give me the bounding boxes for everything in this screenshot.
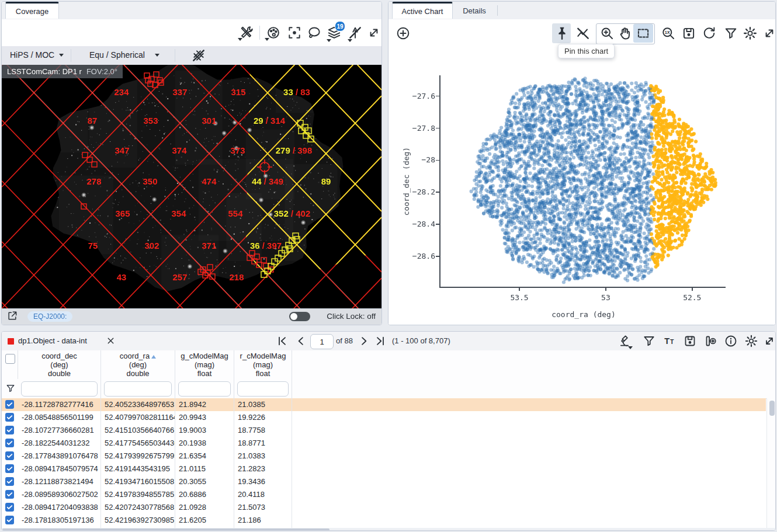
page-first-icon[interactable]	[276, 335, 288, 347]
y-tick	[436, 192, 439, 193]
row-checkbox[interactable]	[5, 464, 14, 473]
chart-settings-icon[interactable]	[743, 26, 758, 41]
add-column-icon[interactable]	[703, 334, 717, 348]
projection-dropdown[interactable]: Equ / Spherical	[89, 50, 145, 60]
save-chart-icon[interactable]	[681, 26, 696, 41]
filter-input-r_cModelMag[interactable]	[237, 381, 289, 397]
page-next-icon[interactable]	[358, 335, 370, 347]
tile-count-label: 75	[88, 241, 98, 251]
pan-icon[interactable]	[618, 26, 633, 41]
click-lock-toggle[interactable]	[289, 312, 310, 321]
cell-r_cModelMag: 18.7758	[234, 424, 292, 437]
page-number-input[interactable]	[310, 334, 334, 349]
table-row[interactable]: -28.1072773666028152.4151035664076619.90…	[2, 424, 766, 437]
close-icon[interactable]	[106, 336, 116, 346]
x-tick	[605, 287, 606, 291]
row-checkbox[interactable]	[5, 400, 14, 409]
save-table-icon[interactable]	[683, 334, 697, 348]
tile-count-label: 365	[115, 208, 130, 218]
recenter-icon[interactable]	[287, 25, 302, 40]
cell-r_cModelMag: 20.4118	[234, 488, 292, 501]
tile-count-label: 371	[202, 241, 216, 251]
page-last-icon[interactable]	[374, 335, 386, 347]
table-row[interactable]: -28.08958930602750252.4197839485578520.6…	[2, 488, 766, 502]
expand-chart-icon[interactable]	[762, 26, 776, 41]
zoom-in-icon[interactable]	[599, 26, 615, 41]
column-header-coord_dec[interactable]: coord_dec(deg)double	[18, 350, 101, 379]
page-prev-icon[interactable]	[295, 335, 307, 347]
filters-off-icon[interactable]	[575, 26, 591, 41]
tile-count-label: 337	[172, 87, 187, 97]
select-region-icon[interactable]	[636, 26, 651, 41]
column-header-g_cModelMag[interactable]: g_cModelMag(mag)float	[175, 350, 234, 379]
filter-icon[interactable]	[5, 383, 16, 394]
zoom-original-icon[interactable]: 1X	[661, 26, 676, 41]
row-checkbox[interactable]	[5, 413, 14, 422]
row-checkbox[interactable]	[5, 503, 14, 512]
table-row[interactable]: -28.1211887382149452.4193471601550820.30…	[2, 475, 766, 489]
table-row[interactable]: -28.0854885650119952.40799708281116420.9…	[2, 411, 766, 425]
row-checkbox[interactable]	[5, 451, 14, 460]
open-external-icon[interactable]	[6, 310, 18, 322]
scatter-plot[interactable]	[440, 75, 725, 287]
grid-off-icon[interactable]	[191, 48, 206, 63]
table-row[interactable]: -28.17784389107647852.41793992675799521.…	[2, 450, 766, 463]
horizontal-scrollbar[interactable]	[2, 528, 776, 531]
table-row[interactable]: -28.182254403123252.41775456503443620.19…	[2, 437, 766, 450]
cell-coord_dec: -28.089417204093838	[18, 501, 101, 514]
table-body[interactable]: -28.1172878277741652.4052336489765321.89…	[2, 398, 766, 528]
expand-icon[interactable]	[366, 25, 381, 40]
row-checkbox[interactable]	[5, 439, 14, 447]
table-row[interactable]: -28.08941784507957452.419144354319521.01…	[2, 463, 766, 476]
cell-r_cModelMag: 21.186	[234, 514, 292, 527]
filter-input-coord_dec[interactable]	[21, 381, 98, 397]
table-row[interactable]: -28.08941720409383852.4207243077856821.0…	[2, 501, 766, 514]
table-settings-icon[interactable]	[744, 334, 758, 348]
table-row[interactable]: -28.1781830519713652.4219639273098521.62…	[2, 514, 766, 527]
y-tick-label: −28.6	[399, 252, 435, 260]
tile-count-label: 350	[143, 176, 157, 186]
tab-coverage-label: Coverage	[16, 7, 48, 16]
row-checkbox[interactable]	[5, 490, 14, 499]
select-all-checkbox[interactable]	[5, 354, 15, 364]
row-checkbox[interactable]	[5, 477, 14, 486]
filter-input-g_cModelMag[interactable]	[178, 381, 231, 397]
row-checkbox[interactable]	[5, 516, 14, 524]
vertical-scrollbar-thumb[interactable]	[769, 401, 775, 416]
horizontal-scrollbar-thumb[interactable]	[2, 528, 329, 531]
filter-icon[interactable]	[642, 334, 656, 348]
cell-coord_dec: -28.089417845079574	[18, 463, 101, 475]
north-off-icon[interactable]	[348, 25, 363, 40]
table-title: dp1.Object - data-int	[18, 336, 87, 345]
expand-table-icon[interactable]	[762, 334, 776, 348]
coverage-sky-view[interactable]: 23433731533 / 838735330129 / 31434737437…	[2, 65, 381, 309]
tile-count-label: 373	[230, 145, 245, 155]
y-tick	[436, 160, 439, 161]
text-options-icon[interactable]: TT	[662, 334, 677, 348]
column-header-r_cModelMag[interactable]: r_cModelMag(mag)float	[234, 350, 292, 379]
filter-chart-icon[interactable]	[723, 26, 738, 41]
row-checkbox[interactable]	[5, 426, 14, 434]
filter-input-coord_ra[interactable]	[104, 381, 172, 397]
restore-chart-icon[interactable]	[702, 26, 717, 41]
cell-g_cModelMag: 21.0115	[175, 463, 234, 475]
pin-chart-icon[interactable]	[554, 26, 570, 41]
table-info-icon[interactable]	[724, 334, 738, 348]
coverage-footer: EQ-J2000: Click Lock: off	[2, 308, 381, 325]
chevron-down-icon	[155, 54, 159, 57]
click-lock-label: Click Lock: off	[327, 312, 376, 321]
lasso-icon[interactable]	[307, 25, 322, 40]
tab-details[interactable]: Details	[454, 2, 495, 19]
column-header-coord_ra[interactable]: coord_ra(deg)double	[101, 350, 175, 379]
hips-moc-dropdown[interactable]: HiPS / MOC	[10, 50, 54, 60]
cell-g_cModelMag: 20.9943	[175, 411, 234, 424]
layers-count-badge: 19	[335, 21, 345, 32]
chart-plot-area[interactable]: 53.55352.5−27.6−27.8−28−28.2−28.4−28.6 c…	[388, 47, 775, 325]
cell-coord_ra: 52.417939926757995	[101, 450, 175, 463]
cell-r_cModelMag: 21.2823	[234, 463, 292, 475]
table-row[interactable]: -28.1172878277741652.4052336489765321.89…	[2, 398, 766, 412]
add-chart-icon[interactable]	[396, 26, 411, 41]
vertical-scrollbar[interactable]	[766, 398, 776, 528]
tab-coverage[interactable]: Coverage	[5, 2, 59, 19]
tab-active-chart[interactable]: Active Chart	[392, 2, 453, 19]
